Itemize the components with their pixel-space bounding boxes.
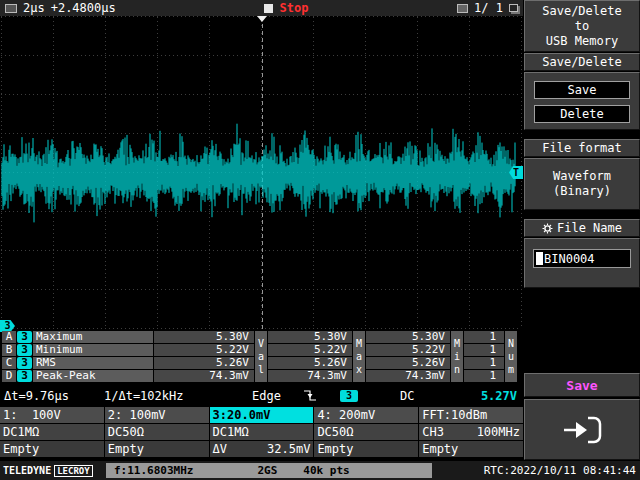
ch3-delta-v: ΔV 32.5mV [210, 441, 314, 457]
trigger-state-readout: Stop [279, 1, 308, 15]
graticule-and-trace [0, 16, 523, 330]
save-execute-softkey[interactable] [524, 399, 640, 460]
meas-num: 1 [464, 331, 504, 343]
meas-channel-badge: 3 [17, 331, 32, 343]
ch2-coupling: DC50Ω [105, 424, 209, 440]
file-name-header-label: File Name [557, 221, 622, 235]
oscilloscope-screen: 2µs +2.4800µs Stop 1/ 1 3 T Val Max Min … [0, 0, 640, 480]
waveform-display: 3 T [0, 16, 523, 330]
save-softkey-label: Save [566, 378, 597, 393]
save-delete-panel: Save Delete [524, 72, 640, 130]
frequency-counter: f:11.6803MHz [114, 464, 193, 477]
delete-button[interactable]: Delete [534, 105, 630, 123]
meas-max: 74.3mV [268, 370, 352, 382]
meas-col-label-min: Min [451, 331, 463, 382]
timebase-readout: 2µs [23, 1, 45, 15]
text-cursor [536, 252, 543, 265]
meas-min: 74.3mV [366, 370, 450, 382]
fft-descriptor[interactable]: FFT:10dBm [419, 407, 523, 423]
meas-col-label-max: Max [353, 331, 365, 382]
delta-v-value: 32.5mV [267, 441, 310, 457]
stop-square-icon [264, 4, 273, 13]
meas-name: Maximum [33, 331, 153, 343]
meas-name: Minimum [33, 344, 153, 356]
meas-min: 5.30V [366, 331, 450, 343]
timebase-icon [5, 4, 17, 13]
meas-col-label-num: Num [505, 331, 517, 382]
meas-num: 1 [464, 357, 504, 369]
file-name-value: BIN0004 [544, 252, 595, 266]
meas-min: 5.22V [366, 344, 450, 356]
meas-num: 1 [464, 344, 504, 356]
ch4-coupling: DC50Ω [314, 424, 418, 440]
sample-rate: 2GS [257, 464, 277, 477]
delay-readout: +2.4800µs [51, 1, 116, 15]
meas-val: 5.30V [154, 331, 254, 343]
ch1-coupling: DC1MΩ [0, 424, 104, 440]
file-format-selector[interactable]: Waveform (Binary) [524, 158, 640, 210]
trigger-status-row: Δt=9.76µs 1/Δt=102kHz Edge 3 DC 5.27V [0, 389, 523, 403]
channel-descriptor-grid: 1: 100V 2: 100mV 3:20.0mV 4: 200mV FFT:1… [0, 407, 523, 457]
meas-slot: A [2, 331, 16, 343]
file-name-header: File Name [524, 219, 640, 237]
save-button[interactable]: Save [534, 81, 630, 99]
meas-max: 5.26V [268, 357, 352, 369]
menu-title: Save/Delete to USB Memory [524, 0, 640, 52]
meas-max: 5.30V [268, 331, 352, 343]
acquisition-info-chip: f:11.6803MHz 2GS 40k pts [106, 463, 432, 478]
top-bar: 2µs +2.4800µs Stop 1/ 1 [0, 0, 523, 16]
ch4-descriptor[interactable]: 4: 200mV [314, 407, 418, 423]
trigger-slope-icon [302, 389, 318, 405]
file-format-header: File format [524, 139, 640, 157]
history-pages-icon[interactable] [509, 4, 518, 12]
rtc-clock: RTC:2022/10/11 08:41:44 [484, 464, 636, 477]
status-bar: TELEDYNELECROY f:11.6803MHz 2GS 40k pts … [0, 461, 640, 480]
meas-val: 5.22V [154, 344, 254, 356]
fft-source-channel: CH3 [422, 424, 444, 440]
file-name-panel: BIN0004 [524, 238, 640, 288]
meas-channel-badge: 3 [17, 357, 32, 369]
fft-bandwidth: 100MHz [477, 424, 520, 440]
meas-num: 1 [464, 370, 504, 382]
ch1-status: Empty [0, 441, 104, 457]
page-indicator: 1/ 1 [474, 1, 503, 15]
ch1-descriptor[interactable]: 1: 100V [0, 407, 104, 423]
meas-slot: C [2, 357, 16, 369]
record-length: 40k pts [303, 464, 349, 477]
meas-channel-badge: 3 [17, 370, 32, 382]
measurement-table: Val Max Min Num A 3 Maximum 5.30V 5.30V … [2, 331, 521, 383]
brand-logo: TELEDYNELECROY [3, 465, 93, 476]
save-to-file-icon [560, 413, 604, 447]
delta-v-label: ΔV [213, 441, 227, 457]
meas-val: 5.26V [154, 357, 254, 369]
ch4-status: Empty [314, 441, 418, 457]
meas-col-label-val: Val [255, 331, 267, 382]
ch3-coupling: DC1MΩ [210, 424, 314, 440]
brand-teledyne: TELEDYNE [3, 465, 51, 476]
ch2-descriptor[interactable]: 2: 100mV [105, 407, 209, 423]
fft-source: CH3 100MHz [419, 424, 523, 440]
brand-lecroy: LECROY [54, 465, 93, 477]
meas-val: 74.3mV [154, 370, 254, 382]
meas-slot: B [2, 344, 16, 356]
delta-t-readout: Δt=9.76µs [4, 389, 69, 403]
trigger-level-readout: 5.27V [481, 389, 517, 403]
meas-name: Peak-Peak [33, 370, 153, 382]
meas-slot: D [2, 370, 16, 382]
meas-channel-badge: 3 [17, 344, 32, 356]
meas-max: 5.22V [268, 344, 352, 356]
meas-min: 5.26V [366, 357, 450, 369]
softkey-menu: Save/Delete to USB Memory Save/Delete Sa… [524, 0, 640, 460]
trigger-source-badge: 3 [340, 390, 358, 402]
save-delete-header: Save/Delete [524, 53, 640, 71]
save-softkey[interactable]: Save [524, 373, 640, 397]
fft-status: Empty [419, 441, 523, 457]
display-mode-icon[interactable] [457, 4, 468, 13]
trigger-coupling: DC [400, 389, 414, 403]
gear-icon [542, 223, 553, 234]
file-name-field[interactable]: BIN0004 [533, 249, 631, 268]
inv-delta-t-readout: 1/Δt=102kHz [104, 389, 183, 403]
ch3-descriptor[interactable]: 3:20.0mV [210, 407, 314, 423]
ch2-status: Empty [105, 441, 209, 457]
trigger-type: Edge [252, 389, 281, 403]
